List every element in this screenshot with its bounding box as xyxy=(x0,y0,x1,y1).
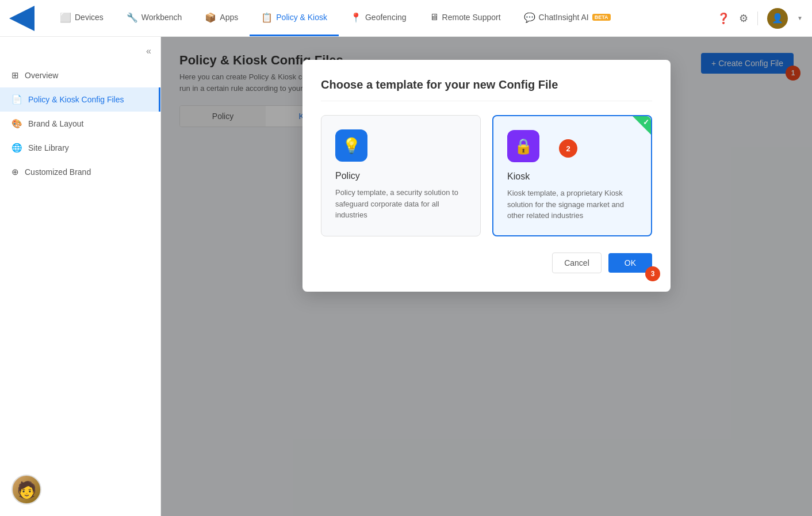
geofencing-icon: 📍 xyxy=(350,12,362,23)
sidebar-item-overview[interactable]: ⊞ Overview xyxy=(0,63,160,87)
template-grid: 💡 Policy Policy template, a security sol… xyxy=(321,115,652,236)
ok-button[interactable]: OK xyxy=(608,253,652,273)
nav-item-workbench[interactable]: 🔧 Workbench xyxy=(115,0,194,36)
logo-icon[interactable] xyxy=(9,6,35,31)
sidebar-brand-label: Brand & Layout xyxy=(28,119,84,128)
template-card-kiosk[interactable]: ✓ 🔒 2 Kiosk Kiosk template, a proprietar… xyxy=(492,115,652,236)
user-dropdown-icon[interactable]: ▼ xyxy=(797,15,803,21)
template-modal: Choose a template for your new Config Fi… xyxy=(302,60,671,292)
nav-policy-kiosk-label: Policy & Kiosk xyxy=(276,13,327,22)
workbench-icon: 🔧 xyxy=(127,12,138,23)
nav-chatinsight-label: ChatInsight AI xyxy=(539,13,589,22)
nav-divider xyxy=(757,12,758,25)
template-card-policy[interactable]: 💡 Policy Policy template, a security sol… xyxy=(321,115,481,236)
sidebar-overview-label: Overview xyxy=(25,71,58,80)
avatar-face-icon: 🧑 xyxy=(17,480,37,499)
sidebar-item-site-library[interactable]: 🌐 Site Library xyxy=(0,136,160,160)
ok-label: OK xyxy=(625,258,636,267)
nav-item-devices[interactable]: ⬜ Devices xyxy=(48,0,115,36)
policy-template-name: Policy xyxy=(335,171,466,181)
kiosk-template-desc: Kiosk template, a proprietary Kiosk solu… xyxy=(507,188,637,221)
nav-right: ❓ ⚙ 👤 ▼ xyxy=(717,8,803,29)
remote-support-icon: 🖥 xyxy=(430,12,439,22)
nav-item-geofencing[interactable]: 📍 Geofencing xyxy=(339,0,418,36)
sidebar-item-policy-kiosk-config[interactable]: 📄 Policy & Kiosk Config Files xyxy=(0,87,160,112)
help-icon[interactable]: ❓ xyxy=(717,12,730,25)
sidebar-customized-label: Customized Brand xyxy=(25,167,91,177)
sidebar-config-label: Policy & Kiosk Config Files xyxy=(28,95,124,104)
user-avatar-bottom[interactable]: 🧑 xyxy=(12,475,41,504)
collapse-icon[interactable]: « xyxy=(146,46,151,56)
footer-badge: 3 xyxy=(645,266,660,281)
overview-icon: ⊞ xyxy=(12,70,19,81)
beta-badge: BETA xyxy=(592,14,611,21)
sidebar-item-brand-layout[interactable]: 🎨 Brand & Layout xyxy=(0,112,160,136)
sidebar-item-customized-brand[interactable]: ⊕ Customized Brand xyxy=(0,160,160,184)
nav-item-chatinsight[interactable]: 💬 ChatInsight AI BETA xyxy=(512,0,622,36)
devices-icon: ⬜ xyxy=(60,12,71,23)
policy-kiosk-nav-icon: 📋 xyxy=(261,12,273,23)
nav-item-remote-support[interactable]: 🖥 Remote Support xyxy=(418,0,512,36)
cancel-button[interactable]: Cancel xyxy=(552,253,602,273)
modal-footer: Cancel OK 3 xyxy=(321,253,652,273)
cancel-label: Cancel xyxy=(564,258,589,267)
modal-title: Choose a template for your new Config Fi… xyxy=(321,78,652,101)
kiosk-template-badge: 2 xyxy=(559,139,577,158)
nav-item-apps[interactable]: 📦 Apps xyxy=(193,0,250,36)
nav-geofencing-label: Geofencing xyxy=(365,13,407,22)
nav-workbench-label: Workbench xyxy=(141,13,182,22)
nav-devices-label: Devices xyxy=(75,13,104,22)
sidebar-collapse: « xyxy=(0,46,160,63)
nav-remote-support-label: Remote Support xyxy=(442,13,501,22)
policy-template-desc: Policy template, a security solution to … xyxy=(335,187,466,221)
nav-item-policy-kiosk[interactable]: 📋 Policy & Kiosk xyxy=(250,0,339,36)
brand-layout-icon: 🎨 xyxy=(12,119,22,129)
policy-icon: 💡 xyxy=(342,137,361,155)
apps-icon: 📦 xyxy=(205,12,216,23)
nav-items: ⬜ Devices 🔧 Workbench 📦 Apps 📋 Policy & … xyxy=(48,0,717,36)
site-library-icon: 🌐 xyxy=(12,143,22,153)
kiosk-icon: 🔒 xyxy=(514,137,533,155)
customized-brand-icon: ⊕ xyxy=(12,167,19,177)
modal-overlay: Choose a template for your new Config Fi… xyxy=(161,37,812,516)
nav-apps-label: Apps xyxy=(220,13,238,22)
layout: « ⊞ Overview 📄 Policy & Kiosk Config Fil… xyxy=(0,37,812,516)
chatinsight-icon: 💬 xyxy=(524,12,535,23)
main-content: Policy & Kiosk Config Files Here you can… xyxy=(161,37,812,516)
sidebar: « ⊞ Overview 📄 Policy & Kiosk Config Fil… xyxy=(0,37,161,516)
config-files-icon: 📄 xyxy=(12,94,22,105)
sidebar-site-label: Site Library xyxy=(28,143,69,152)
policy-template-icon-wrap: 💡 xyxy=(335,129,367,162)
settings-icon[interactable]: ⚙ xyxy=(739,12,748,25)
top-nav: ⬜ Devices 🔧 Workbench 📦 Apps 📋 Policy & … xyxy=(0,0,812,37)
kiosk-template-name: Kiosk xyxy=(507,171,637,182)
user-avatar-nav[interactable]: 👤 xyxy=(767,8,788,29)
kiosk-template-icon-wrap: 🔒 xyxy=(507,130,539,162)
